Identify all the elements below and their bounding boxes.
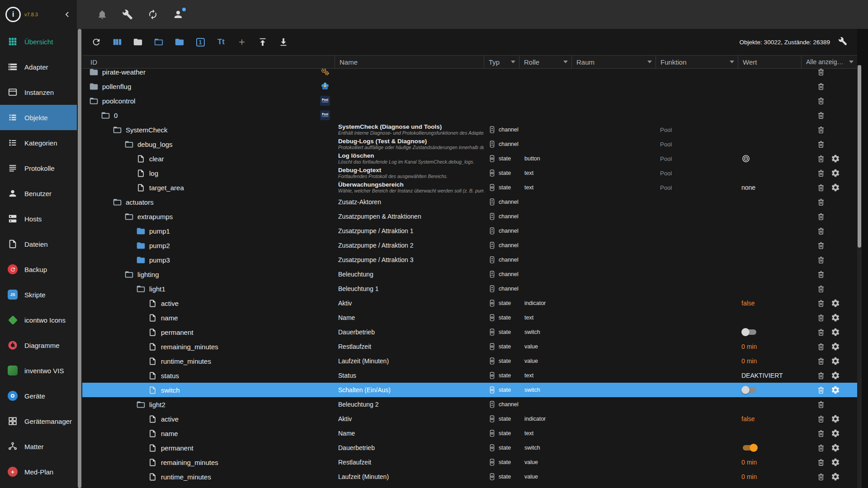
column-header-rolle[interactable]: Rolle — [519, 56, 571, 68]
sidebar-item-hosts[interactable]: Hosts — [0, 206, 77, 231]
trash-icon[interactable] — [816, 414, 826, 423]
import-objects-button[interactable] — [252, 35, 273, 49]
object-row[interactable]: pump2Zusatzpumpe / Attraktion 2channel — [82, 238, 857, 253]
sidebar-collapse-button[interactable] — [62, 10, 71, 19]
gear-icon[interactable] — [831, 328, 840, 337]
column-header-funktion[interactable]: Funktion — [656, 56, 738, 68]
gear-icon[interactable] — [831, 154, 840, 163]
expand-to-level-1-button[interactable]: 1 — [190, 35, 211, 49]
object-row[interactable]: pirate-weather — [82, 69, 857, 79]
chevron-down-icon[interactable] — [849, 61, 854, 63]
column-header-name[interactable]: Name — [335, 56, 484, 68]
sidebar-item-diagramme[interactable]: Diagramme — [0, 333, 77, 358]
object-row[interactable]: remaining_minutesRestlaufzeitstatevalue0… — [82, 455, 857, 469]
object-row[interactable]: activeAktivstateindicatorfalse — [82, 412, 857, 426]
sidebar-item-gerätemanager[interactable]: Gerätemanager — [0, 408, 77, 434]
sidebar-scrollbar-thumb[interactable] — [78, 29, 81, 488]
trash-icon[interactable] — [816, 342, 826, 351]
gear-icon[interactable] — [831, 183, 840, 192]
sidebar-item-icontwo-icons[interactable]: icontwo Icons — [0, 307, 77, 333]
gear-icon[interactable] — [831, 313, 840, 322]
sidebar-item-backup[interactable]: Backup — [0, 257, 77, 282]
object-row[interactable]: permanentDauerbetriebstateswitch — [82, 325, 857, 339]
trash-icon[interactable] — [816, 140, 826, 149]
sidebar-scrollbar[interactable] — [77, 29, 82, 488]
value-toggle[interactable] — [741, 443, 758, 452]
trash-icon[interactable] — [816, 69, 826, 76]
filter-caret-icon[interactable] — [730, 61, 734, 63]
object-row[interactable]: clearLog löschenLöscht das fortlaufende … — [82, 151, 857, 166]
object-row[interactable]: activeAktivstateindicatorfalse — [82, 296, 857, 310]
trash-icon[interactable] — [816, 241, 826, 250]
sidebar-item-benutzer[interactable]: Benutzer — [0, 181, 77, 206]
trash-icon[interactable] — [816, 169, 826, 178]
object-row[interactable]: nameNamestatetext — [82, 310, 857, 325]
trash-icon[interactable] — [816, 357, 826, 366]
object-row[interactable]: runtime_minutesLaufzeit (Minuten)stateva… — [82, 469, 857, 484]
object-row[interactable]: debug_logsDebug-Logs (Test & Diagnose)Pr… — [82, 137, 857, 151]
gear-icon[interactable] — [831, 429, 840, 438]
object-row[interactable]: pump3Zusatzpumpe / Attraktion 3channel — [82, 253, 857, 267]
object-row[interactable]: light1Beleuchtung 1channel — [82, 282, 857, 296]
refresh-button[interactable] — [86, 35, 107, 49]
updates-icon[interactable] — [147, 9, 158, 20]
object-row[interactable]: remaining_minutesRestlaufzeitstatevalue0… — [82, 339, 857, 354]
object-row[interactable]: target_areaÜberwachungsbereichWähle, wel… — [82, 180, 857, 195]
add-object-button[interactable]: + — [231, 35, 252, 49]
object-row[interactable]: lightingBeleuchtungchannel — [82, 267, 857, 282]
gear-icon[interactable] — [831, 299, 840, 308]
collapse-all-button[interactable] — [127, 35, 148, 49]
trash-icon[interactable] — [816, 313, 826, 322]
font-size-button[interactable]: Tt — [211, 35, 231, 49]
trash-icon[interactable] — [816, 472, 826, 481]
user-profile-icon[interactable] — [173, 9, 184, 20]
object-row[interactable]: SystemCheckSystemCheck (Diagnose und Too… — [82, 122, 857, 137]
sidebar-item-matter[interactable]: Matter — [0, 434, 77, 459]
trash-icon[interactable] — [816, 458, 826, 467]
object-row[interactable]: nameNamestatetext — [82, 426, 857, 441]
value-toggle[interactable] — [741, 385, 758, 394]
trash-icon[interactable] — [816, 328, 826, 337]
trash-icon[interactable] — [816, 443, 826, 452]
trash-icon[interactable] — [816, 270, 826, 279]
filter-caret-icon[interactable] — [511, 61, 515, 63]
object-row[interactable]: poolcontrolPoolControl — [82, 94, 857, 108]
export-objects-button[interactable] — [273, 35, 294, 49]
gear-icon[interactable] — [831, 169, 840, 178]
filter-caret-icon[interactable] — [647, 61, 652, 63]
column-header-wert[interactable]: Wert — [738, 56, 801, 68]
trash-icon[interactable] — [816, 82, 826, 91]
gear-icon[interactable] — [831, 371, 840, 380]
show-filter-select[interactable]: Alle anzeig… — [801, 56, 857, 68]
sidebar-item-objekte[interactable]: Objekte — [0, 105, 77, 130]
object-row[interactable]: extrapumpsZusatzpumpen & Attraktionencha… — [82, 209, 857, 224]
object-row[interactable]: actuatorsZusatz-Aktorenchannel — [82, 195, 857, 209]
trash-icon[interactable] — [816, 371, 826, 380]
trash-icon[interactable] — [816, 96, 826, 105]
sidebar-item-übersicht[interactable]: Übersicht — [0, 29, 77, 54]
trash-icon[interactable] — [816, 400, 826, 409]
sidebar-item-protokolle[interactable]: Protokolle — [0, 155, 77, 181]
main-scrollbar-thumb[interactable] — [858, 65, 861, 248]
gear-icon[interactable] — [831, 342, 840, 351]
trash-icon[interactable] — [816, 284, 826, 293]
object-row[interactable]: logDebug-LogtextFortlaufendes Protokoll … — [82, 166, 857, 180]
column-header-id[interactable]: ID — [82, 56, 335, 68]
sidebar-item-inventwo-vis[interactable]: inventwo VIS — [0, 358, 77, 383]
gear-icon[interactable] — [831, 472, 840, 481]
object-row[interactable]: switchSchalten (Ein/Aus)stateswitch — [82, 383, 857, 397]
sidebar-item-geräte[interactable]: Geräte — [0, 383, 77, 408]
trash-icon[interactable] — [816, 111, 826, 120]
main-scrollbar[interactable] — [857, 65, 862, 488]
trash-icon[interactable] — [816, 197, 826, 206]
sidebar-item-instanzen[interactable]: Instanzen — [0, 80, 77, 105]
trash-icon[interactable] — [816, 212, 826, 221]
sidebar-item-kategorien[interactable]: Kategorien — [0, 130, 77, 155]
value-toggle[interactable] — [741, 328, 758, 337]
gear-icon[interactable] — [831, 357, 840, 366]
gear-icon[interactable] — [831, 385, 840, 394]
trash-icon[interactable] — [816, 183, 826, 192]
trash-icon[interactable] — [816, 154, 826, 163]
object-row[interactable]: light2Beleuchtung 2channel — [82, 397, 857, 412]
object-row[interactable]: permanentDauerbetriebstateswitch — [82, 441, 857, 455]
